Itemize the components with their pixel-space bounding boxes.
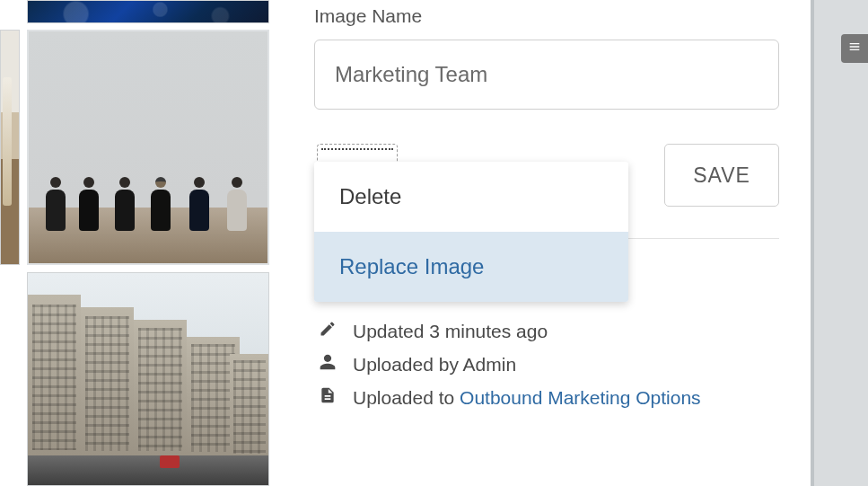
pencil-icon [319, 320, 337, 342]
menu-item-delete[interactable]: Delete [314, 162, 628, 232]
right-rail [814, 0, 868, 486]
actions-menu: Delete Replace Image [314, 162, 628, 302]
image-thumb-selected[interactable] [27, 30, 269, 265]
list-icon [847, 40, 862, 57]
image-meta: Updated 3 minutes ago Uploaded by Admin … [319, 320, 701, 420]
meta-uploader-prefix: Uploaded by [353, 354, 463, 375]
document-icon [319, 386, 337, 409]
image-thumb[interactable] [27, 0, 269, 23]
image-name-label: Image Name [314, 5, 422, 27]
image-thumb[interactable] [0, 30, 20, 265]
image-thumb[interactable] [27, 272, 269, 486]
meta-updated-text: Updated 3 minutes ago [353, 321, 548, 342]
meta-uploader-name: Admin [463, 354, 517, 375]
meta-location-link[interactable]: Outbound Marketing Options [460, 387, 701, 408]
right-rail-button[interactable] [841, 34, 868, 63]
save-button[interactable]: SAVE [664, 144, 779, 207]
menu-item-replace-image[interactable]: Replace Image [314, 232, 628, 302]
meta-location: Uploaded to Outbound Marketing Options [319, 386, 701, 409]
person-icon [319, 353, 337, 376]
meta-location-prefix: Uploaded to [353, 387, 460, 408]
image-grid [0, 0, 282, 486]
image-name-input[interactable] [314, 40, 779, 110]
image-editor-panel: Image Name SAVE Delete Replace Image Upd… [287, 0, 810, 486]
meta-updated: Updated 3 minutes ago [319, 320, 701, 342]
meta-uploader: Uploaded by Admin [319, 353, 701, 376]
